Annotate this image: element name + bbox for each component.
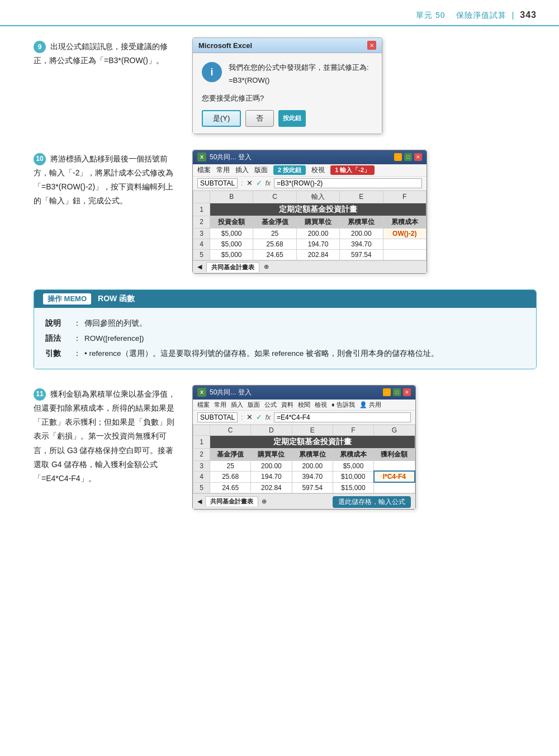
memo-row-2: 語法 ： ROW([reference]) bbox=[45, 331, 525, 346]
cell-d5: 202.84 bbox=[296, 249, 339, 260]
cell-c5: 24.65 bbox=[253, 249, 296, 260]
cell-d3-11: 200.00 bbox=[251, 460, 292, 471]
cell-f4-11: $10,000 bbox=[333, 471, 373, 482]
menu-file[interactable]: 檔案 bbox=[197, 165, 211, 175]
cell-g5-11 bbox=[374, 482, 415, 493]
sheet-add-btn[interactable]: ⊕ bbox=[264, 263, 269, 270]
memo-badge: 操作 MEMO bbox=[43, 293, 91, 305]
dialog-info-content: 我們在您的公式中發現錯字，並嘗試修正為: =B3*(ROW() bbox=[229, 62, 369, 88]
name-box-11[interactable] bbox=[197, 412, 238, 422]
data-row-5: 5 $5,000 24.65 202.84 597.54 bbox=[193, 249, 427, 260]
formula-bar-11[interactable] bbox=[274, 412, 411, 422]
col-D11: D bbox=[251, 425, 292, 435]
menu-home-11[interactable]: 常用 bbox=[214, 401, 226, 409]
cell-b4: $5,000 bbox=[210, 239, 253, 249]
data-row-4: 4 $5,000 25.68 194.70 394.70 bbox=[193, 239, 427, 249]
menu-home[interactable]: 常用 bbox=[216, 165, 230, 175]
row-2-11: 2 bbox=[193, 448, 210, 460]
dialog-info-icon: i bbox=[202, 62, 222, 82]
badge-click: 2 按此鈕 bbox=[273, 165, 306, 175]
data-row-3: 3 $5,000 25 200.00 200.00 OW()-2) bbox=[193, 228, 427, 239]
menu-review-11[interactable]: 校閱 bbox=[298, 401, 310, 409]
titlebar-left: X 50共同... 登入 bbox=[197, 153, 252, 162]
cell-f4 bbox=[383, 239, 426, 249]
memo-content-3: • reference（選用）。這是要取得列號的儲存格。如果 reference… bbox=[84, 346, 525, 361]
col-G11: G bbox=[374, 425, 415, 435]
minimize-btn[interactable]: − bbox=[394, 153, 402, 161]
step11-number: 11 bbox=[34, 388, 46, 401]
dialog-formula: =B3*(ROW() bbox=[229, 76, 369, 84]
sheet-title-cell-11: 定期定額基金投資計畫 bbox=[210, 435, 415, 448]
confirm-icon-11[interactable]: ✓ bbox=[256, 413, 262, 421]
fx-label-11: fx bbox=[266, 413, 271, 421]
sheet-nav-left-11[interactable]: ◀ bbox=[197, 498, 202, 505]
page-header: 單元 50 保險淨值試算 | 343 bbox=[0, 0, 559, 26]
memo-row-1: 說明 ： 傳回參照的列號。 bbox=[45, 316, 525, 331]
col-h-cost: 累積成本 bbox=[333, 448, 373, 460]
row-5-11: 5 bbox=[193, 482, 210, 493]
formula-bar-10[interactable] bbox=[274, 178, 422, 188]
menu-view-11[interactable]: 檢視 bbox=[315, 401, 327, 409]
menu-formula-11[interactable]: 公式 bbox=[264, 401, 277, 409]
sheet-nav-left[interactable]: ◀ bbox=[197, 263, 202, 270]
cell-c3-11: 25 bbox=[210, 460, 251, 471]
header-text: 單元 50 保險淨值試算 | 343 bbox=[416, 10, 537, 21]
step11-screenshot: X 50共同... 登入 − □ ✕ 檔案 常用 插入 版面 公式 bbox=[192, 385, 537, 510]
menu-review[interactable]: 校視 bbox=[311, 165, 325, 175]
row-3-11: 3 bbox=[193, 460, 210, 471]
page-title: 保險淨值試算 bbox=[456, 11, 506, 20]
step9-badge: 按此鈕 bbox=[278, 110, 306, 127]
menu-data-11[interactable]: 資料 bbox=[281, 401, 293, 409]
excel-title: 50共同... 登入 bbox=[210, 153, 252, 162]
sheetbar-left: ◀ 共同基金計畫表 ⊕ bbox=[197, 496, 267, 506]
excel-grid-11: C D E F G 1 定期定額基金投資計畫 bbox=[193, 425, 415, 493]
callout-box: 選此儲存格，輸入公式 bbox=[333, 496, 411, 508]
sheet-tab-11[interactable]: 共同基金計畫表 bbox=[205, 496, 258, 506]
cancel-icon-11[interactable]: ✕ bbox=[247, 413, 253, 421]
cell-f3: OW()-2) bbox=[383, 228, 426, 239]
col-headers-row-11: 2 基金淨值 購買單位 累積單位 累積成本 獲利金額 bbox=[193, 448, 415, 460]
menu-help-11[interactable]: ♦ 告訴我 bbox=[331, 401, 355, 409]
menu-file-11[interactable]: 檔案 bbox=[197, 401, 210, 409]
menu-insert[interactable]: 插入 bbox=[235, 165, 249, 175]
row-2: 2 bbox=[193, 216, 210, 228]
memo-row-3: 引數 ： • reference（選用）。這是要取得列號的儲存格。如果 refe… bbox=[45, 346, 525, 361]
cell-e3-11: 200.00 bbox=[292, 460, 333, 471]
excel-menubar-10: 檔案 常用 插入 版面 2 按此鈕 校視 1 輸入「-2」 bbox=[193, 164, 427, 177]
step9-screenshot: Microsoft Excel ✕ i 我們在您的公式中發現錯字，並嘗試修正為:… bbox=[192, 37, 537, 134]
cell-d4-11: 194.70 bbox=[251, 471, 292, 482]
step11-section: 11 獲利金額為累積單位乘以基金淨值，但還要扣除累積成本，所得的結果如果是「正數… bbox=[34, 385, 537, 510]
name-box-10[interactable] bbox=[197, 178, 238, 188]
cancel-icon[interactable]: ✕ bbox=[247, 179, 253, 187]
menu-insert-11[interactable]: 插入 bbox=[231, 401, 243, 409]
excel-formulabar-10: : ✕ ✓ fx bbox=[193, 177, 427, 191]
dialog-yes-btn[interactable]: 是(Y) bbox=[202, 110, 241, 127]
step9-description: 出現公式錯誤訊息，接受建議的修正，將公式修正為「=B3*(ROW()」。 bbox=[34, 42, 168, 65]
dialog-close-btn[interactable]: ✕ bbox=[367, 41, 376, 50]
col-h-buy: 購買單位 bbox=[251, 448, 292, 460]
corner-cell-11 bbox=[193, 425, 210, 435]
confirm-icon[interactable]: ✓ bbox=[256, 179, 262, 187]
menu-layout-11[interactable]: 版面 bbox=[248, 401, 260, 409]
col-E: E bbox=[340, 191, 383, 203]
close-btn-11[interactable]: ✕ bbox=[403, 388, 411, 396]
cell-e5-11: 597.54 bbox=[292, 482, 333, 493]
dialog-no-btn[interactable]: 否 bbox=[245, 110, 274, 127]
minimize-btn-11[interactable]: − bbox=[383, 388, 391, 396]
col-F: F bbox=[383, 191, 426, 203]
maximize-btn-11[interactable]: □ bbox=[393, 388, 401, 396]
row-4-11: 4 bbox=[193, 471, 210, 482]
cell-c4-11: 25.68 bbox=[210, 471, 251, 482]
toolbar-separator: : bbox=[241, 179, 243, 187]
menu-share-11[interactable]: 👤 共用 bbox=[359, 401, 381, 409]
sheet-tab-10[interactable]: 共同基金計畫表 bbox=[206, 262, 259, 272]
step11-text: 11 獲利金額為累積單位乘以基金淨值，但還要扣除累積成本，所得的結果如果是「正數… bbox=[34, 385, 179, 486]
excel-sheet-10: B C 輸入 E F 1 定期定額基金投資計畫 bbox=[193, 191, 427, 260]
maximize-btn[interactable]: □ bbox=[404, 153, 412, 161]
menu-layout[interactable]: 版面 bbox=[254, 165, 268, 175]
sheet-add-btn-11[interactable]: ⊕ bbox=[262, 498, 267, 505]
close-btn[interactable]: ✕ bbox=[414, 153, 422, 161]
excel-window-10: X 50共同... 登入 − □ ✕ 檔案 常用 插入 版面 2 按此鈕 bbox=[192, 150, 427, 274]
cell-d4: 194.70 bbox=[296, 239, 339, 249]
toolbar-sep-11: : bbox=[241, 413, 243, 421]
